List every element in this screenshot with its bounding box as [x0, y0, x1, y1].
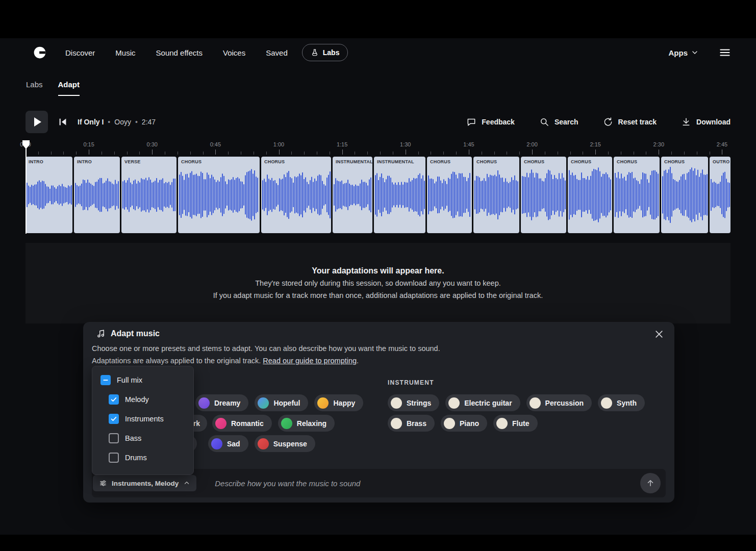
nav-item-discover[interactable]: Discover	[65, 48, 95, 57]
reset-track-button[interactable]: Reset track	[603, 117, 657, 127]
instrument-chip-flute[interactable]: Flute	[493, 415, 537, 432]
instrument-section-label: INSTRUMENT	[388, 379, 434, 386]
waveform-segment-intro-0[interactable]: INTRO	[26, 157, 72, 233]
chip-label: Hopeful	[273, 399, 300, 407]
description-2-text: Adaptations are always applied to the or…	[92, 357, 263, 365]
stem-option-label: Full mix	[117, 376, 142, 384]
track-duration: 2:47	[142, 118, 156, 126]
preset-chip-happy[interactable]: Happy	[314, 394, 363, 411]
instrument-color-dot	[448, 397, 460, 409]
waveform-segment-instrumental-5[interactable]: INSTRUMENTAL	[333, 157, 372, 233]
preset-chip-hopeful[interactable]: Hopeful	[255, 394, 308, 411]
close-button[interactable]	[654, 329, 664, 339]
segment-label: OUTRO	[713, 159, 730, 164]
instrument-chip-percussion[interactable]: Percussion	[526, 394, 592, 411]
waveform-segment-chorus-12[interactable]: CHORUS	[661, 157, 708, 233]
instrument-color-dot	[391, 418, 402, 429]
waveform-segment-verse-2[interactable]: VERSE	[121, 157, 177, 233]
stem-option-drums[interactable]: Drums	[92, 448, 193, 467]
nav-labs-button[interactable]: Labs	[302, 44, 348, 61]
instrument-chip-synth[interactable]: Synth	[598, 394, 645, 411]
timeline-tick	[342, 149, 343, 155]
prompting-guide-link[interactable]: Read our guide to prompting	[263, 357, 357, 365]
nav-item-saved[interactable]: Saved	[266, 48, 288, 57]
timeline-tick	[431, 152, 431, 155]
timeline-tick	[228, 152, 229, 155]
timeline-tick	[393, 152, 393, 155]
timeline-label: 1:45	[463, 141, 474, 147]
preset-chip-suspense[interactable]: Suspense	[255, 435, 315, 452]
feedback-button[interactable]: Feedback	[466, 117, 515, 127]
letterbox-top	[0, 0, 756, 38]
waveform-segment-outro-13[interactable]: OUTRO	[710, 157, 730, 233]
skip-back-button[interactable]	[57, 116, 68, 128]
stems-selector-button[interactable]: Instruments, Melody	[93, 475, 196, 491]
nav-items: DiscoverMusicSound effectsVoicesSaved	[65, 48, 288, 57]
instrument-chip-brass[interactable]: Brass	[388, 415, 435, 432]
checkbox-unchecked-icon	[109, 453, 119, 463]
segment-label: INSTRUMENTAL	[336, 159, 372, 164]
timeline-tick	[317, 152, 317, 155]
instrument-chip-electric-guitar[interactable]: Electric guitar	[445, 394, 520, 411]
tab-adapt[interactable]: Adapt	[58, 80, 80, 96]
chip-label: Brass	[407, 419, 426, 428]
waveform-segment-chorus-3[interactable]: CHORUS	[178, 157, 260, 233]
nav-item-voices[interactable]: Voices	[223, 48, 245, 57]
subnav-tabs: LabsAdapt	[26, 80, 756, 96]
waveform-graphic	[121, 157, 177, 233]
timeline-label: 0:45	[210, 141, 221, 147]
search-button[interactable]: Search	[539, 117, 578, 127]
timeline-tick	[165, 152, 165, 155]
waveform-segment-instrumental-6[interactable]: INSTRUMENTAL	[374, 157, 425, 233]
adapt-music-icon	[96, 329, 106, 338]
preset-chip-dreamy[interactable]: Dreamy	[195, 394, 248, 411]
segment-label: VERSE	[124, 159, 141, 164]
nav-item-sound-effects[interactable]: Sound effects	[156, 48, 203, 57]
waveform-segment-intro-1[interactable]: INTRO	[74, 157, 120, 233]
timeline-tick	[532, 149, 533, 155]
preset-chip-relaxing[interactable]: Relaxing	[278, 415, 335, 432]
waveform-graphic	[261, 157, 331, 233]
timeline-tick	[76, 152, 77, 155]
waveform-segment-chorus-4[interactable]: CHORUS	[261, 157, 331, 233]
waveform-segment-chorus-10[interactable]: CHORUS	[568, 157, 612, 233]
waveform-segment-chorus-7[interactable]: CHORUS	[427, 157, 472, 233]
play-button[interactable]	[26, 111, 48, 133]
stem-option-bass[interactable]: Bass	[92, 429, 193, 448]
waveform-segment-chorus-8[interactable]: CHORUS	[473, 157, 519, 233]
epidemic-sound-logo[interactable]	[33, 45, 47, 60]
prompt-input[interactable]	[214, 479, 634, 488]
apps-menu-button[interactable]: Apps	[669, 48, 699, 57]
timeline-tick	[621, 152, 621, 155]
chevron-down-icon	[691, 48, 699, 57]
instrument-chip-piano[interactable]: Piano	[441, 415, 487, 432]
timeline-tick	[178, 152, 178, 155]
timeline-label: 2:30	[653, 141, 664, 147]
tab-labs[interactable]: Labs	[26, 80, 43, 96]
preset-row: SadSuspense	[208, 435, 315, 452]
waveform-segment-chorus-11[interactable]: CHORUS	[614, 157, 660, 233]
preset-row: RomanticRelaxing	[212, 415, 335, 432]
submit-prompt-button[interactable]	[640, 473, 661, 493]
preset-chip-sad[interactable]: Sad	[208, 435, 248, 452]
close-icon	[654, 329, 664, 339]
nav-item-music[interactable]: Music	[115, 48, 135, 57]
arrow-up-icon	[646, 479, 655, 488]
preset-color-dot	[317, 397, 329, 409]
timeline-tick	[279, 149, 280, 155]
download-button[interactable]: Download	[681, 117, 730, 127]
stem-option-full-mix[interactable]: Full mix	[92, 370, 193, 390]
stem-option-melody[interactable]: Melody	[92, 390, 193, 409]
waveform-segment-chorus-9[interactable]: CHORUS	[521, 157, 566, 233]
adaptations-line2: If you adapt music for a track more than…	[213, 291, 543, 300]
timeline-ruler[interactable]: 0:000:150:300:451:001:151:301:452:002:15…	[26, 141, 730, 155]
timeline-tick	[443, 152, 444, 155]
instrument-chip-strings[interactable]: Strings	[388, 394, 439, 411]
hamburger-menu-button[interactable]	[718, 46, 732, 59]
timeline-tick	[494, 152, 495, 155]
preset-chip-romantic[interactable]: Romantic	[212, 415, 272, 432]
timeline-label: 2:45	[717, 141, 727, 147]
timeline-tick	[634, 152, 634, 155]
stem-option-instruments[interactable]: Instruments	[92, 409, 193, 429]
timeline-tick	[266, 152, 267, 155]
